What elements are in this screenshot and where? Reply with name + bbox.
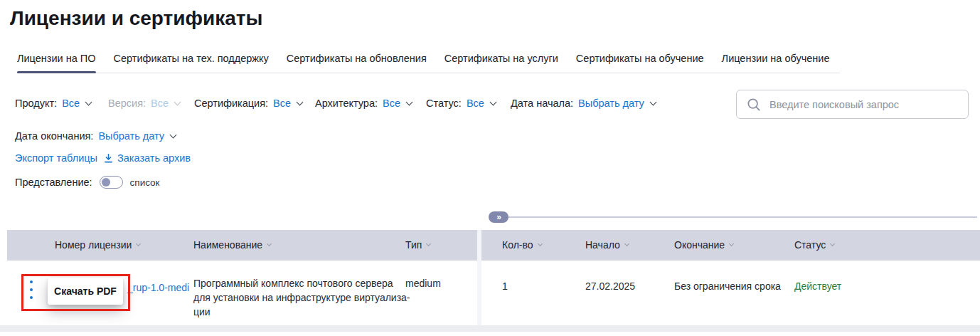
filter-date-end[interactable]: Дата окончания: Выбрать дату bbox=[15, 130, 176, 142]
filter-status-value[interactable]: Все bbox=[467, 98, 484, 109]
column-header-type[interactable]: Тип bbox=[405, 239, 430, 251]
chevron-down-icon[interactable] bbox=[170, 132, 177, 139]
kebab-menu-button[interactable] bbox=[28, 279, 34, 300]
kebab-menu-icon bbox=[30, 280, 33, 283]
tab-tech-support-certificates[interactable]: Сертификаты на тех. поддержку bbox=[114, 53, 269, 73]
filter-status[interactable]: Статус: Все bbox=[426, 98, 496, 109]
sort-chevron-icon bbox=[537, 241, 542, 246]
column-header-end[interactable]: Окончание bbox=[674, 239, 733, 251]
filter-status-label: Статус: bbox=[426, 98, 462, 109]
sort-chevron-icon bbox=[729, 241, 734, 246]
license-quantity-cell: 1 bbox=[502, 280, 508, 292]
view-toggle-row: Представление: список bbox=[15, 176, 160, 189]
view-toggle-switch[interactable] bbox=[100, 176, 123, 189]
license-name-cell: Программный комплекс почтового сервера д… bbox=[193, 276, 421, 319]
column-header-license-number[interactable]: Номер лицензии bbox=[55, 239, 140, 251]
chevron-down-icon[interactable] bbox=[406, 99, 413, 106]
filter-certification-label: Сертификация: bbox=[194, 98, 268, 109]
sort-chevron-icon bbox=[426, 241, 431, 246]
filter-version-value: Все bbox=[151, 98, 169, 109]
filter-date-start-value[interactable]: Выбрать дату bbox=[578, 98, 644, 109]
chevron-down-icon bbox=[174, 99, 181, 106]
chevron-down-icon[interactable] bbox=[297, 99, 304, 106]
view-toggle-label: Представление: bbox=[15, 177, 92, 188]
tab-training-licenses[interactable]: Лицензии на обучение bbox=[722, 53, 830, 73]
license-end-cell: Без ограничения срока bbox=[674, 280, 781, 292]
table-scroll-track[interactable] bbox=[508, 216, 977, 218]
filter-version-label: Версия: bbox=[108, 98, 146, 109]
sort-chevron-icon bbox=[267, 241, 272, 246]
license-number-link[interactable]: _rup-1.0-medi bbox=[127, 282, 189, 293]
filter-date-start[interactable]: Дата начала: Выбрать дату bbox=[511, 98, 656, 109]
filter-date-start-label: Дата начала: bbox=[511, 98, 573, 109]
table-scroll-handle[interactable]: » bbox=[489, 211, 508, 223]
tab-service-certificates[interactable]: Сертификаты на услуги bbox=[444, 53, 558, 73]
filter-date-end-value[interactable]: Выбрать дату bbox=[98, 130, 164, 142]
toggle-knob bbox=[102, 178, 110, 187]
context-menu: Скачать PDF bbox=[48, 278, 123, 305]
sort-chevron-icon bbox=[624, 241, 629, 246]
chevron-down-icon[interactable] bbox=[85, 99, 92, 106]
license-start-cell: 27.02.2025 bbox=[585, 280, 635, 292]
row-divider bbox=[0, 325, 980, 332]
tab-software-licenses[interactable]: Лицензии на ПО bbox=[17, 53, 96, 73]
table-row-partial bbox=[7, 332, 980, 336]
filter-date-end-label: Дата окончания: bbox=[15, 130, 93, 142]
tab-bar: Лицензии на ПО Сертификаты на тех. подде… bbox=[17, 53, 840, 73]
page-title: Лицензии и сертификаты bbox=[10, 7, 262, 30]
filter-certification[interactable]: Сертификация: Все bbox=[194, 98, 302, 109]
export-table-link[interactable]: Экспорт таблицы bbox=[15, 152, 97, 164]
column-header-name[interactable]: Наименование bbox=[193, 239, 271, 251]
search-box bbox=[736, 90, 969, 119]
download-pdf-menu-item[interactable]: Скачать PDF bbox=[54, 285, 117, 297]
filter-certification-value[interactable]: Все bbox=[273, 98, 291, 109]
filter-architecture-label: Архитектура: bbox=[315, 98, 378, 109]
filter-version: Версия: Все bbox=[108, 98, 180, 109]
export-table-label: Экспорт таблицы bbox=[15, 152, 97, 164]
double-chevron-right-icon: » bbox=[496, 213, 501, 221]
filter-architecture-value[interactable]: Все bbox=[383, 98, 400, 109]
column-header-start[interactable]: Начало bbox=[585, 239, 629, 251]
column-header-status[interactable]: Статус bbox=[794, 239, 834, 251]
filter-product-value[interactable]: Все bbox=[62, 98, 80, 109]
order-archive-link[interactable]: Заказать архив bbox=[103, 152, 191, 164]
download-icon bbox=[103, 153, 114, 164]
tab-update-certificates[interactable]: Сертификаты на обновления bbox=[287, 53, 427, 73]
order-archive-label: Заказать архив bbox=[117, 152, 191, 164]
chevron-down-icon[interactable] bbox=[649, 99, 656, 106]
table-row bbox=[7, 263, 980, 325]
license-status-cell: Действует bbox=[794, 280, 841, 292]
filter-product-label: Продукт: bbox=[15, 98, 57, 109]
licenses-page: Лицензии и сертификаты Лицензии на ПО Се… bbox=[0, 0, 980, 336]
search-icon bbox=[747, 98, 761, 112]
table-section-divider bbox=[477, 230, 481, 325]
filter-product[interactable]: Продукт: Все bbox=[15, 98, 91, 109]
chevron-down-icon[interactable] bbox=[489, 99, 496, 106]
column-header-quantity[interactable]: Кол-во bbox=[502, 239, 542, 251]
tab-training-certificates[interactable]: Сертификаты на обучение bbox=[576, 53, 704, 73]
search-input[interactable] bbox=[769, 99, 958, 110]
sort-chevron-icon bbox=[830, 241, 835, 246]
filter-architecture[interactable]: Архитектура: Все bbox=[315, 98, 412, 109]
license-type-cell: medium bbox=[405, 278, 441, 289]
view-toggle-state: список bbox=[130, 177, 160, 188]
sort-chevron-icon bbox=[136, 241, 141, 246]
